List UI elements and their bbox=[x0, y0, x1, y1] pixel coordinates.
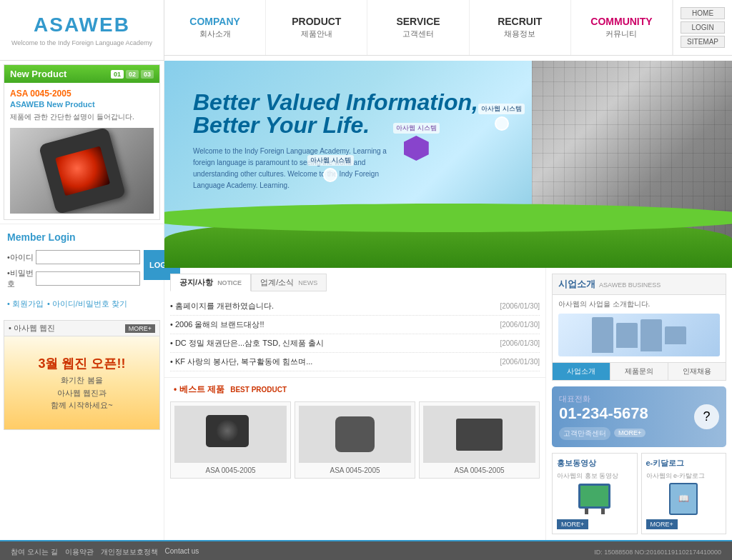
phone-service-label: 고객만족센터 bbox=[559, 427, 610, 440]
notice-item-0[interactable]: • 홈페이지를 개편하였습니다. [2006/01/30] bbox=[170, 297, 540, 316]
tv-illustration bbox=[578, 484, 610, 514]
nav-item-recruit[interactable]: RECRUIT 채용정보 bbox=[470, 0, 571, 55]
new-product-content: ASA 0045-2005 ASAWEB New Product 제품에 관한 … bbox=[4, 83, 159, 219]
notice-date-3: [2006/01/30] bbox=[500, 358, 540, 366]
media-catalog-sub: 아사웹의 e-카탈로그 bbox=[646, 471, 722, 481]
banner-line1: 3월 웹진 오픈!! bbox=[38, 354, 125, 374]
logo-area: ASAWEB Welcome to the Indy Foreign Langu… bbox=[0, 0, 164, 60]
sitemap-link[interactable]: SITEMAP bbox=[681, 36, 725, 48]
id-input[interactable] bbox=[36, 250, 140, 264]
tv-legs bbox=[578, 509, 610, 514]
business-nav-intro[interactable]: 사업소개 bbox=[553, 363, 610, 380]
product-name-0: ASA 0045-2005 bbox=[174, 466, 287, 474]
notice-date-0: [2006/01/30] bbox=[500, 302, 540, 310]
product-image bbox=[10, 128, 154, 214]
id-label: •아이디 bbox=[7, 252, 36, 263]
phone-section: 대표전화 01-234-5678 고객만족센터 MORE+ ? bbox=[552, 386, 726, 447]
bottom-right: 시업소개 ASAWEB BUSINESS 아사웹의 사업을 소개합니다. 사업소… bbox=[546, 268, 732, 540]
notice-text-0: • 홈페이지를 개편하였습니다. bbox=[170, 301, 493, 311]
login-fields: •아이디 •비밀번호 bbox=[7, 250, 140, 293]
login-title-member: Member bbox=[7, 231, 46, 243]
hero-dot-2-container: 아사웹 시스템 bbox=[478, 104, 525, 131]
hero-grass bbox=[164, 218, 732, 268]
nav-item-recruit-en: RECRUIT bbox=[498, 16, 542, 27]
home-link[interactable]: HOME bbox=[681, 7, 725, 19]
phone-help-icon: ? bbox=[694, 404, 719, 429]
tv-leg-2 bbox=[601, 509, 605, 514]
notice-tab-en: NOTICE bbox=[217, 279, 242, 286]
id-field-row: •아이디 bbox=[7, 250, 140, 264]
bottom-section: 공지/사항 NOTICE 업계/소식 NEWS • 홈페이지를 개편하였습니다.… bbox=[164, 268, 732, 540]
media-catalog-more[interactable]: MORE+ bbox=[646, 519, 678, 529]
footer-link-1[interactable]: 이용약관 bbox=[65, 547, 94, 557]
media-video-title: 홍보동영상 bbox=[557, 458, 633, 469]
city-block-3 bbox=[640, 319, 662, 351]
notice-item-1[interactable]: • 2006 올해의 브랜드대상!! [2006/01/30] bbox=[170, 316, 540, 334]
phone-number: 01-234-5678 bbox=[559, 404, 648, 423]
np-tab-3[interactable]: 03 bbox=[141, 70, 154, 79]
camera-body bbox=[206, 415, 249, 447]
product-item-0[interactable]: ASA 0045-2005 bbox=[170, 401, 291, 479]
notice-date-1: [2006/01/30] bbox=[500, 321, 540, 329]
business-nav-products[interactable]: 제품문의 bbox=[610, 363, 668, 380]
np-tabs: 01 02 03 bbox=[111, 70, 154, 79]
media-video-icon bbox=[557, 481, 633, 516]
tv-body bbox=[578, 484, 610, 509]
banner-more-button[interactable]: MORE+ bbox=[125, 324, 155, 333]
phone-screen bbox=[54, 146, 109, 196]
footer-link-0[interactable]: 참여 오시는 길 bbox=[11, 547, 58, 557]
nav-item-community[interactable]: COMMUNITY 커뮤니티 bbox=[571, 0, 673, 55]
speaker-illustration bbox=[335, 416, 375, 452]
notice-tab-notice[interactable]: 공지/사항 NOTICE bbox=[170, 274, 251, 291]
business-section: 시업소개 ASAWEB BUSINESS 아사웹의 사업을 소개합니다. 사업소… bbox=[552, 274, 726, 381]
banner-line4: 함께 시작하세요~ bbox=[38, 399, 125, 412]
nav-item-service[interactable]: SERVICE 고객센터 bbox=[367, 0, 469, 55]
product-item-2[interactable]: ASA 0045-2005 bbox=[419, 401, 540, 479]
banner-content: 3월 웹진 오픈!! 화기찬 봄을 아사웹 웹진과 함께 시작하세요~ bbox=[38, 354, 125, 412]
business-subtitle: ASAWEB BUSINESS bbox=[599, 281, 661, 289]
login-link[interactable]: LOGIN bbox=[681, 21, 725, 34]
np-tab-1[interactable]: 01 bbox=[111, 70, 124, 79]
footer-link-2[interactable]: 개인정보보호정책 bbox=[101, 547, 158, 557]
product-description: 제품에 관한 간단한 설명이 들어갑니다. bbox=[10, 111, 154, 122]
phone-more-button[interactable]: MORE+ bbox=[614, 429, 646, 437]
register-link[interactable]: • 회원가입 bbox=[7, 299, 44, 309]
notice-text-2: • DC 정밀 채권단은...삼호 TSD, 신제품 출시 bbox=[170, 338, 493, 349]
notice-list: • 홈페이지를 개편하였습니다. [2006/01/30] • 2006 올해의… bbox=[170, 297, 540, 371]
media-video-more[interactable]: MORE+ bbox=[557, 519, 588, 529]
login-title-login: Login bbox=[49, 231, 76, 243]
camera-lens bbox=[217, 420, 238, 441]
phone-company-label: 대표전화 bbox=[559, 394, 648, 404]
login-links: • 회원가입 • 아이디/비밀번호 찾기 bbox=[7, 299, 157, 309]
footer-links: 참여 오시는 길 이용약관 개인정보보호정책 Contact us bbox=[11, 547, 199, 557]
find-account-link[interactable]: • 아이디/비밀번호 찾기 bbox=[47, 299, 127, 309]
np-tab-2[interactable]: 02 bbox=[126, 70, 139, 79]
media-item-video: 홍보동영상 아사웹의 홍보 동영상 MORE+ bbox=[552, 453, 638, 534]
notice-item-3[interactable]: • KF 사랑의 봉사단, 복구활동에 힘쓰며... [2006/01/30] bbox=[170, 353, 540, 371]
login-title: Member Login bbox=[7, 231, 157, 243]
hero-dot-1-label: 아사웹 시스템 bbox=[307, 155, 354, 166]
media-catalog-icon: 📖 bbox=[646, 481, 722, 516]
media-catalog-title: e-키달로그 bbox=[646, 458, 722, 469]
nav-item-company[interactable]: COMPANY 회사소개 bbox=[164, 0, 266, 55]
footer: 참여 오시는 길 이용약관 개인정보보호정책 Contact us ID: 15… bbox=[0, 540, 732, 560]
notice-tab-news[interactable]: 업계/소식 NEWS bbox=[251, 274, 327, 291]
pw-field-row: •비밀번호 bbox=[7, 268, 140, 289]
monitor-illustration bbox=[456, 419, 503, 451]
main-nav-top: COMPANY 회사소개 PRODUCT 제품안내 SERVICE 고객센터 R… bbox=[164, 0, 732, 56]
nav-item-product[interactable]: PRODUCT 제품안내 bbox=[266, 0, 367, 55]
phone-illustration bbox=[38, 128, 125, 214]
notice-tab-kr: 공지/사항 bbox=[179, 278, 213, 286]
login-row: •아이디 •비밀번호 LOGIN bbox=[7, 250, 157, 293]
product-img-monitor bbox=[423, 406, 535, 463]
nav-item-recruit-kr: 채용정보 bbox=[504, 29, 535, 39]
footer-link-3[interactable]: Contact us bbox=[165, 547, 199, 557]
notice-item-2[interactable]: • DC 정밀 채권단은...삼호 TSD, 신제품 출시 [2006/01/3… bbox=[170, 334, 540, 353]
business-nav-recruit[interactable]: 인재채용 bbox=[668, 363, 726, 380]
pw-input[interactable] bbox=[36, 271, 140, 286]
business-nav: 사업소개 제품문의 인재채용 bbox=[553, 362, 726, 380]
product-item-1[interactable]: ASA 0045-2005 bbox=[295, 401, 415, 479]
copyright: ID: 15088508 NO:201601191102174410000 bbox=[594, 549, 721, 556]
nav-item-product-kr: 제품안내 bbox=[301, 29, 332, 39]
hero-dot-2 bbox=[495, 116, 509, 131]
